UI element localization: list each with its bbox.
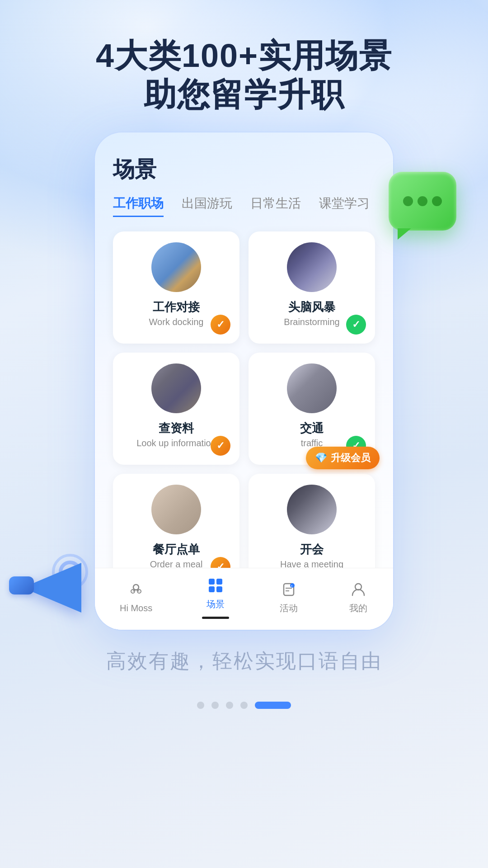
header-title: 4大类100+实用场景 助您留学升职 [0,36,488,114]
scene-avatar-order [151,485,201,534]
badge-lookup: ✓ [211,436,230,456]
megaphone-decoration [9,552,108,642]
scene-name-cn-brain: 头脑风暴 [288,299,335,315]
scene-avatar-lookup [151,363,201,413]
header-section: 4大类100+实用场景 助您留学升职 [0,0,488,132]
pagination [0,688,488,722]
badge-work: ✓ [211,315,230,335]
badge-brain: ✓ [346,315,366,335]
nav-item-himoss[interactable]: Hi Moss [120,580,152,613]
megaphone-handle [9,576,34,594]
scene-card-work[interactable]: 工作对接 Work docking ✓ [113,231,239,344]
chat-bubble-decoration [389,172,461,235]
scene-card-lookup[interactable]: 查资料 Look up information ✓ [113,353,239,465]
pagination-dot-2[interactable] [211,702,219,709]
scene-name-cn-meeting: 开会 [300,542,324,557]
nav-item-scenes[interactable]: 场景 [202,576,229,619]
scene-avatar-brain [287,242,337,292]
nav-item-activity[interactable]: ! 活动 [279,580,299,614]
chat-dot-2 [418,196,427,206]
svg-rect-5 [209,579,215,585]
activity-icon: ! [279,580,299,599]
pagination-dot-5[interactable] [255,702,291,709]
nav-label-profile: 我的 [349,602,367,614]
svg-rect-6 [216,579,222,585]
nav-item-profile[interactable]: 我的 [348,580,368,614]
scene-name-cn-traffic: 交通 [300,420,324,436]
scene-name-cn-order: 餐厅点单 [153,542,200,557]
profile-icon [348,580,368,599]
tab-abroad[interactable]: 出国游玩 [182,195,232,217]
scene-name-cn-work: 工作对接 [153,299,200,315]
scene-avatar-meeting [287,485,337,534]
svg-text:!: ! [291,584,293,588]
svg-rect-8 [216,586,222,592]
scene-name-en-work: Work docking [149,317,204,327]
pagination-dot-3[interactable] [226,702,233,709]
scene-avatar-work [151,242,201,292]
scenes-grid: 工作对接 Work docking ✓ 头脑风暴 Brainstorming [113,231,375,586]
svg-point-0 [133,585,139,590]
footer-tagline: 高效有趣，轻松实现口语自由 [0,648,488,675]
hi-moss-icon [126,580,146,600]
scene-avatar-traffic [287,363,337,413]
nav-active-indicator [202,617,229,619]
tabs-row: 工作职场 出国游玩 日常生活 课堂学习 [113,195,375,217]
nav-label-scenes: 场景 [206,598,225,610]
phone-mockup: 场景 工作职场 出国游玩 日常生活 课堂学习 工作对接 Work docking [95,132,393,630]
tab-daily[interactable]: 日常生活 [250,195,301,217]
scene-card-brain[interactable]: 头脑风暴 Brainstorming ✓ [249,231,375,344]
bottom-navigation: Hi Moss 场景 [95,568,393,630]
page-title: 场景 [113,155,375,184]
scene-name-en-lookup: Look up information [136,438,216,448]
tab-classroom[interactable]: 课堂学习 [319,195,370,217]
phone-inner: 场景 工作职场 出国游玩 日常生活 课堂学习 工作对接 Work docking [95,132,393,630]
vip-upgrade-badge[interactable]: 💎 升级会员 [306,447,380,469]
chat-dot-3 [432,196,442,206]
scene-card-traffic[interactable]: 交通 traffic ✓ 💎 升级会员 [249,353,375,465]
nav-label-himoss: Hi Moss [120,603,152,613]
scenes-icon [206,576,225,595]
header-title-line1: 4大类100+实用场景 [0,36,488,75]
pagination-dot-4[interactable] [240,702,248,709]
nav-label-activity: 活动 [280,602,298,614]
tab-work[interactable]: 工作职场 [113,195,164,217]
scene-name-en-brain: Brainstorming [284,317,339,327]
scene-name-cn-lookup: 查资料 [159,420,194,436]
chat-dot-1 [403,196,413,206]
header-title-line2: 助您留学升职 [0,75,488,114]
pagination-dot-1[interactable] [197,702,204,709]
svg-rect-7 [209,586,215,592]
